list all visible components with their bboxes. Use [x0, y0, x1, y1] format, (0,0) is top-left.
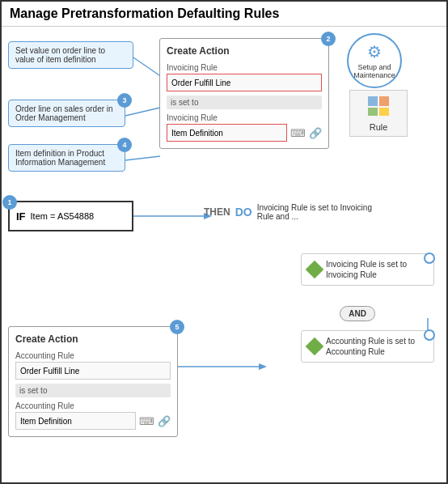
rule-icon	[366, 95, 391, 122]
badge-5: 5	[170, 320, 184, 334]
svg-rect-9	[379, 96, 389, 106]
if-condition: Item = AS54888	[31, 211, 95, 221]
link-icon-2[interactable]: 🔗	[158, 415, 171, 427]
keyboard-icon[interactable]: ⌨	[290, 127, 306, 139]
svg-marker-5	[259, 363, 267, 370]
ca-bot-input1[interactable]	[15, 362, 171, 380]
setup-maintenance-circle: ⚙ Setup and Maintenance	[347, 33, 402, 88]
then-do-block: THEN DO Invoicing Rule is set to Invoici…	[204, 203, 387, 221]
result-text-2: Accounting Rule is set to Accounting Rul…	[326, 336, 427, 357]
svg-rect-11	[379, 108, 389, 116]
rule-box: Rule	[349, 90, 408, 137]
annotation-4: 4 Item definition in Product Information…	[8, 144, 125, 172]
ca-bot-label2: Accounting Rule	[15, 401, 171, 410]
create-action-bottom-title: Create Action	[15, 333, 171, 345]
result-text-1: Invoicing Rule is set to Invoicing Rule	[326, 259, 427, 280]
link-icon[interactable]: 🔗	[309, 127, 322, 139]
svg-line-1	[125, 108, 160, 116]
if-block: 1 IF Item = AS54888	[8, 201, 133, 231]
svg-rect-8	[368, 96, 378, 106]
ca-top-input1[interactable]	[167, 74, 322, 91]
badge-3: 3	[117, 93, 132, 108]
create-action-top-title: Create Action	[167, 45, 322, 57]
ca-bot-input2[interactable]	[15, 412, 136, 430]
content-area: ⚙ Setup and Maintenance Rule Set value o…	[2, 27, 446, 478]
badge-4: 4	[117, 138, 132, 152]
annotation-1-text: Set value on order line to value of item…	[15, 46, 105, 64]
ca-top-input2[interactable]	[167, 124, 287, 142]
circle-endpoint-2	[424, 329, 435, 341]
ca-top-input2-row: ⌨ 🔗	[167, 124, 322, 142]
ca-top-label2: Invoicing Rule	[167, 113, 322, 122]
ca-bot-input2-row: ⌨ 🔗	[15, 412, 171, 430]
svg-rect-10	[368, 108, 378, 116]
ca-bot-is-set-to: is set to	[15, 384, 171, 397]
do-text: Invoicing Rule is set to Invoicing Rule …	[257, 203, 387, 221]
result-box-1: Invoicing Rule is set to Invoicing Rule	[301, 253, 434, 286]
ca-top-label1: Invoicing Rule	[167, 63, 322, 72]
if-label: IF	[16, 210, 26, 223]
ca-bot-label1: Accounting Rule	[15, 351, 171, 360]
green-diamond-1	[306, 261, 324, 279]
svg-line-0	[133, 57, 159, 75]
rule-label: Rule	[370, 122, 388, 132]
ca-top-is-set-to: is set to	[167, 96, 322, 109]
create-action-top: 2 Create Action Invoicing Rule is set to…	[159, 38, 329, 149]
green-diamond-2	[306, 338, 324, 356]
do-label: DO	[235, 206, 252, 219]
annotation-1: Set value on order line to value of item…	[8, 41, 133, 69]
circle-endpoint-1	[424, 253, 435, 264]
annotation-4-text: Item definition in Product Information M…	[15, 149, 105, 167]
keyboard-icon-2[interactable]: ⌨	[139, 415, 154, 427]
page-title: Manage Pretransformation Defaulting Rule…	[2, 2, 446, 27]
svg-line-2	[125, 156, 160, 160]
badge-2: 2	[321, 32, 336, 46]
gear-icon: ⚙	[367, 42, 382, 62]
result-box-2: Accounting Rule is set to Accounting Rul…	[301, 330, 434, 363]
page-wrapper: Manage Pretransformation Defaulting Rule…	[0, 0, 448, 484]
and-block: AND	[340, 306, 375, 321]
annotation-3-text: Order line on sales order in Order Manag…	[15, 104, 113, 122]
then-label: THEN	[204, 206, 230, 218]
badge-1: 1	[2, 195, 17, 210]
annotation-3: 3 Order line on sales order in Order Man…	[8, 100, 125, 127]
create-action-bottom: 5 Create Action Accounting Rule is set t…	[8, 326, 178, 437]
setup-label: Setup and Maintenance	[349, 63, 400, 79]
